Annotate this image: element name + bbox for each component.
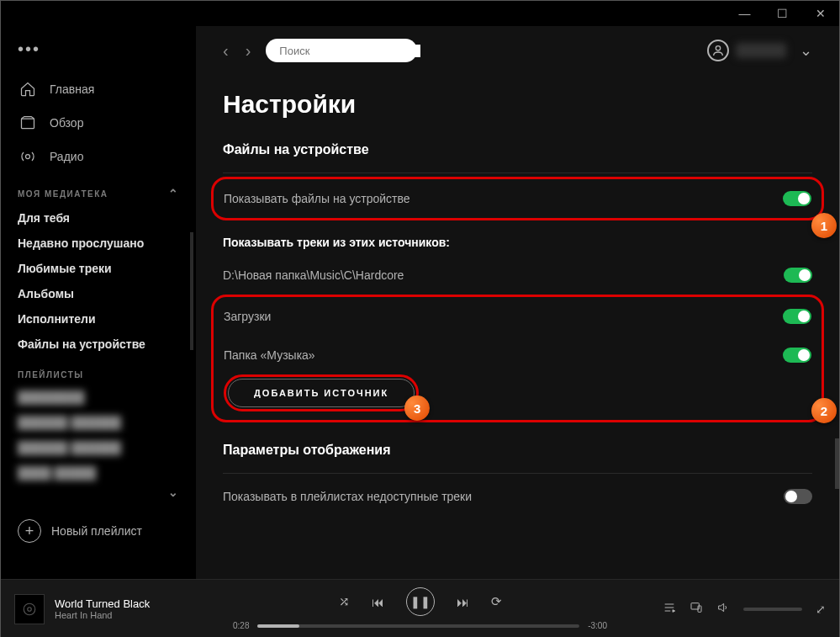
svg-point-5 — [28, 607, 32, 611]
volume-slider[interactable] — [743, 608, 802, 611]
pause-button[interactable]: ❚❚ — [406, 587, 435, 616]
page-title: Настройки — [223, 90, 812, 119]
annotation-box-2: Загрузки Папка «Музыка» ДОБАВИТЬ ИСТОЧНИ… — [211, 295, 824, 422]
repeat-icon[interactable]: ⟳ — [491, 594, 502, 609]
toggle-show-local[interactable] — [783, 191, 811, 206]
chevron-down-icon[interactable]: ⌄ — [800, 41, 812, 60]
sources-subtitle: Показывать треки из этих источников: — [223, 220, 812, 256]
toggle-source-1[interactable] — [783, 309, 811, 324]
user-menu[interactable] — [707, 40, 786, 61]
sidebar-scrollbar[interactable] — [190, 232, 193, 350]
next-icon[interactable]: ⏭ — [457, 595, 469, 609]
playlist-item[interactable]: ████ █████ — [1, 460, 196, 486]
nav-browse[interactable]: Обзор — [1, 106, 196, 140]
nav-forward-icon[interactable]: › — [246, 41, 251, 61]
volume-icon[interactable] — [716, 601, 730, 617]
nav-label: Обзор — [50, 116, 83, 130]
divider — [223, 473, 812, 474]
remaining-time: -3:00 — [588, 621, 607, 630]
sidebar: ••• Главная Обзор Радио МОЯ МЕДИАТЕКА ⌃ … — [1, 26, 196, 579]
shuffle-icon[interactable]: ⤮ — [339, 594, 350, 609]
main-content: ‹ › ⌄ Настройки Файлы на устройстве — [196, 26, 839, 579]
svg-rect-0 — [22, 119, 34, 129]
annotation-box-1: Показывать файлы на устройстве 1 — [211, 177, 824, 220]
browse-icon — [18, 113, 38, 133]
show-local-label: Показывать файлы на устройстве — [224, 192, 410, 205]
library-header: МОЯ МЕДИАТЕКА ⌃ — [1, 173, 196, 205]
fullscreen-icon[interactable]: ⤢ — [816, 602, 826, 616]
now-playing-track[interactable]: World Turned Black — [55, 597, 150, 610]
app-window: — ☐ ✕ ••• Главная Обзор Радио МОЯ МЕДИАТ… — [0, 0, 840, 637]
home-icon — [18, 79, 38, 99]
playlist-item[interactable]: ██████ ██████ — [1, 410, 196, 435]
lib-artists[interactable]: Исполнители — [1, 306, 196, 332]
chevron-up-icon[interactable]: ⌃ — [168, 187, 180, 200]
user-avatar-icon — [707, 40, 729, 61]
playlists-expand[interactable]: ⌄ — [1, 486, 196, 504]
devices-icon[interactable] — [689, 601, 703, 617]
svg-point-3 — [716, 46, 720, 50]
previous-icon[interactable]: ⏮ — [372, 595, 384, 609]
progress-bar[interactable] — [257, 624, 579, 628]
playlist-item[interactable]: ██████ ██████ — [1, 435, 196, 460]
main-scrollbar[interactable] — [835, 438, 839, 489]
annotation-badge-2: 2 — [811, 398, 837, 423]
nav-back-icon[interactable]: ‹ — [223, 41, 229, 61]
user-name — [736, 43, 786, 58]
nav-radio[interactable]: Радио — [1, 140, 196, 173]
source-path: D:\Новая папка\Music\С\Hardcore — [223, 268, 404, 282]
lib-recent[interactable]: Недавно прослушано — [1, 231, 196, 256]
search-input[interactable] — [279, 45, 420, 57]
annotation-badge-3: 3 — [404, 395, 430, 421]
divider — [223, 173, 812, 173]
section-local-files-title: Файлы на устройстве — [223, 142, 812, 164]
lib-liked[interactable]: Любимые треки — [1, 256, 196, 281]
add-source-button[interactable]: ДОБАВИТЬ ИСТОЧНИК — [228, 379, 415, 407]
new-playlist-button[interactable]: + Новый плейлист — [1, 509, 196, 553]
title-bar: — ☐ ✕ — [1, 1, 839, 26]
now-playing-artist[interactable]: Heart In Hand — [55, 610, 150, 620]
toggle-show-unavailable[interactable] — [784, 489, 812, 504]
player-bar: World Turned Black Heart In Hand ⤮ ⏮ ❚❚ … — [1, 579, 839, 637]
nav-label: Радио — [50, 150, 83, 163]
album-cover[interactable] — [14, 594, 45, 624]
lib-local[interactable]: Файлы на устройстве — [1, 332, 196, 357]
annotation-badge-1: 1 — [811, 213, 837, 238]
source-downloads: Загрузки — [224, 310, 271, 323]
toggle-source-2[interactable] — [783, 348, 811, 363]
radio-icon — [18, 146, 38, 167]
show-unavailable-label: Показывать в плейлистах недоступные трек… — [223, 490, 472, 503]
plus-icon: + — [18, 519, 41, 543]
menu-dots-icon[interactable]: ••• — [1, 33, 196, 72]
nav-label: Главная — [50, 82, 94, 96]
lib-albums[interactable]: Альбомы — [1, 281, 196, 306]
maximize-button[interactable]: ☐ — [763, 1, 801, 26]
toggle-source-0[interactable] — [784, 268, 812, 283]
minimize-button[interactable]: — — [726, 1, 763, 26]
topbar: ‹ › ⌄ — [223, 26, 812, 75]
new-playlist-label: Новый плейлист — [51, 524, 142, 538]
playlist-item[interactable]: ████████ — [1, 385, 196, 410]
lib-for-you[interactable]: Для тебя — [1, 205, 196, 231]
close-button[interactable]: ✕ — [801, 1, 839, 26]
elapsed-time: 0:28 — [233, 621, 249, 630]
queue-icon[interactable] — [663, 601, 676, 617]
nav-home[interactable]: Главная — [1, 72, 196, 106]
chevron-down-icon: ⌄ — [168, 486, 180, 499]
svg-point-1 — [26, 155, 30, 159]
playlists-header: ПЛЕЙЛИСТЫ — [1, 357, 196, 385]
search-box[interactable] — [266, 39, 417, 62]
source-music-folder: Папка «Музыка» — [224, 348, 315, 362]
section-display-title: Параметры отображения — [223, 443, 812, 464]
svg-point-4 — [24, 603, 35, 615]
